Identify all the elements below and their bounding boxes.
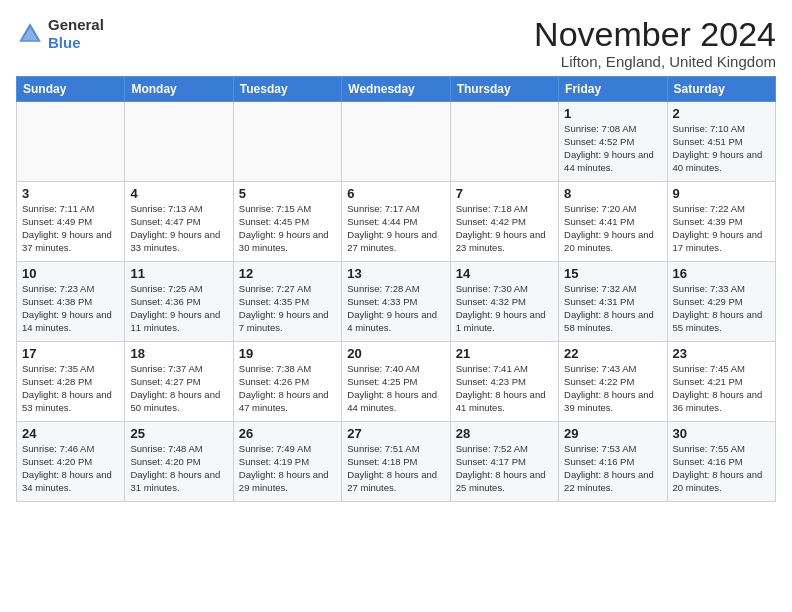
day-info: Sunrise: 7:22 AM Sunset: 4:39 PM Dayligh… [673, 203, 770, 254]
day-number: 23 [673, 346, 770, 361]
day-info: Sunrise: 7:27 AM Sunset: 4:35 PM Dayligh… [239, 283, 336, 334]
day-info: Sunrise: 7:25 AM Sunset: 4:36 PM Dayligh… [130, 283, 227, 334]
table-cell: 12Sunrise: 7:27 AM Sunset: 4:35 PM Dayli… [233, 262, 341, 342]
day-number: 6 [347, 186, 444, 201]
day-info: Sunrise: 7:23 AM Sunset: 4:38 PM Dayligh… [22, 283, 119, 334]
table-cell: 30Sunrise: 7:55 AM Sunset: 4:16 PM Dayli… [667, 422, 775, 502]
table-cell [125, 102, 233, 182]
day-info: Sunrise: 7:30 AM Sunset: 4:32 PM Dayligh… [456, 283, 553, 334]
day-info: Sunrise: 7:33 AM Sunset: 4:29 PM Dayligh… [673, 283, 770, 334]
day-info: Sunrise: 7:28 AM Sunset: 4:33 PM Dayligh… [347, 283, 444, 334]
day-number: 11 [130, 266, 227, 281]
day-info: Sunrise: 7:55 AM Sunset: 4:16 PM Dayligh… [673, 443, 770, 494]
day-info: Sunrise: 7:37 AM Sunset: 4:27 PM Dayligh… [130, 363, 227, 414]
col-sunday: Sunday [17, 77, 125, 102]
header: General Blue November 2024 Lifton, Engla… [16, 16, 776, 70]
month-title: November 2024 [534, 16, 776, 53]
table-cell: 15Sunrise: 7:32 AM Sunset: 4:31 PM Dayli… [559, 262, 667, 342]
day-number: 10 [22, 266, 119, 281]
day-number: 24 [22, 426, 119, 441]
table-cell: 21Sunrise: 7:41 AM Sunset: 4:23 PM Dayli… [450, 342, 558, 422]
day-number: 15 [564, 266, 661, 281]
day-number: 8 [564, 186, 661, 201]
day-number: 26 [239, 426, 336, 441]
logo[interactable]: General Blue [16, 16, 104, 52]
table-cell: 10Sunrise: 7:23 AM Sunset: 4:38 PM Dayli… [17, 262, 125, 342]
table-cell: 2Sunrise: 7:10 AM Sunset: 4:51 PM Daylig… [667, 102, 775, 182]
day-number: 17 [22, 346, 119, 361]
day-info: Sunrise: 7:41 AM Sunset: 4:23 PM Dayligh… [456, 363, 553, 414]
col-friday: Friday [559, 77, 667, 102]
day-number: 5 [239, 186, 336, 201]
table-cell: 18Sunrise: 7:37 AM Sunset: 4:27 PM Dayli… [125, 342, 233, 422]
day-info: Sunrise: 7:32 AM Sunset: 4:31 PM Dayligh… [564, 283, 661, 334]
title-block: November 2024 Lifton, England, United Ki… [534, 16, 776, 70]
location: Lifton, England, United Kingdom [534, 53, 776, 70]
day-info: Sunrise: 7:53 AM Sunset: 4:16 PM Dayligh… [564, 443, 661, 494]
week-row-4: 17Sunrise: 7:35 AM Sunset: 4:28 PM Dayli… [17, 342, 776, 422]
day-number: 21 [456, 346, 553, 361]
day-info: Sunrise: 7:20 AM Sunset: 4:41 PM Dayligh… [564, 203, 661, 254]
table-cell: 20Sunrise: 7:40 AM Sunset: 4:25 PM Dayli… [342, 342, 450, 422]
day-info: Sunrise: 7:38 AM Sunset: 4:26 PM Dayligh… [239, 363, 336, 414]
table-cell: 9Sunrise: 7:22 AM Sunset: 4:39 PM Daylig… [667, 182, 775, 262]
day-number: 9 [673, 186, 770, 201]
day-number: 25 [130, 426, 227, 441]
day-number: 3 [22, 186, 119, 201]
week-row-5: 24Sunrise: 7:46 AM Sunset: 4:20 PM Dayli… [17, 422, 776, 502]
table-cell: 27Sunrise: 7:51 AM Sunset: 4:18 PM Dayli… [342, 422, 450, 502]
table-cell: 4Sunrise: 7:13 AM Sunset: 4:47 PM Daylig… [125, 182, 233, 262]
day-number: 30 [673, 426, 770, 441]
table-cell: 1Sunrise: 7:08 AM Sunset: 4:52 PM Daylig… [559, 102, 667, 182]
day-number: 29 [564, 426, 661, 441]
day-info: Sunrise: 7:08 AM Sunset: 4:52 PM Dayligh… [564, 123, 661, 174]
day-info: Sunrise: 7:43 AM Sunset: 4:22 PM Dayligh… [564, 363, 661, 414]
col-monday: Monday [125, 77, 233, 102]
day-number: 13 [347, 266, 444, 281]
day-info: Sunrise: 7:45 AM Sunset: 4:21 PM Dayligh… [673, 363, 770, 414]
col-tuesday: Tuesday [233, 77, 341, 102]
day-number: 14 [456, 266, 553, 281]
col-thursday: Thursday [450, 77, 558, 102]
table-cell: 8Sunrise: 7:20 AM Sunset: 4:41 PM Daylig… [559, 182, 667, 262]
day-info: Sunrise: 7:51 AM Sunset: 4:18 PM Dayligh… [347, 443, 444, 494]
calendar-header-row: Sunday Monday Tuesday Wednesday Thursday… [17, 77, 776, 102]
table-cell [342, 102, 450, 182]
col-wednesday: Wednesday [342, 77, 450, 102]
col-saturday: Saturday [667, 77, 775, 102]
table-cell: 29Sunrise: 7:53 AM Sunset: 4:16 PM Dayli… [559, 422, 667, 502]
table-cell: 26Sunrise: 7:49 AM Sunset: 4:19 PM Dayli… [233, 422, 341, 502]
table-cell [233, 102, 341, 182]
table-cell: 25Sunrise: 7:48 AM Sunset: 4:20 PM Dayli… [125, 422, 233, 502]
day-info: Sunrise: 7:52 AM Sunset: 4:17 PM Dayligh… [456, 443, 553, 494]
day-number: 2 [673, 106, 770, 121]
day-number: 27 [347, 426, 444, 441]
table-cell: 6Sunrise: 7:17 AM Sunset: 4:44 PM Daylig… [342, 182, 450, 262]
day-info: Sunrise: 7:18 AM Sunset: 4:42 PM Dayligh… [456, 203, 553, 254]
day-info: Sunrise: 7:15 AM Sunset: 4:45 PM Dayligh… [239, 203, 336, 254]
day-info: Sunrise: 7:40 AM Sunset: 4:25 PM Dayligh… [347, 363, 444, 414]
table-cell: 17Sunrise: 7:35 AM Sunset: 4:28 PM Dayli… [17, 342, 125, 422]
logo-icon [16, 20, 44, 48]
day-info: Sunrise: 7:10 AM Sunset: 4:51 PM Dayligh… [673, 123, 770, 174]
table-cell [17, 102, 125, 182]
table-cell: 19Sunrise: 7:38 AM Sunset: 4:26 PM Dayli… [233, 342, 341, 422]
table-cell: 13Sunrise: 7:28 AM Sunset: 4:33 PM Dayli… [342, 262, 450, 342]
table-cell: 28Sunrise: 7:52 AM Sunset: 4:17 PM Dayli… [450, 422, 558, 502]
day-info: Sunrise: 7:35 AM Sunset: 4:28 PM Dayligh… [22, 363, 119, 414]
day-number: 16 [673, 266, 770, 281]
table-cell: 3Sunrise: 7:11 AM Sunset: 4:49 PM Daylig… [17, 182, 125, 262]
day-info: Sunrise: 7:48 AM Sunset: 4:20 PM Dayligh… [130, 443, 227, 494]
day-info: Sunrise: 7:49 AM Sunset: 4:19 PM Dayligh… [239, 443, 336, 494]
table-cell: 24Sunrise: 7:46 AM Sunset: 4:20 PM Dayli… [17, 422, 125, 502]
day-number: 19 [239, 346, 336, 361]
logo-blue: Blue [48, 34, 81, 51]
day-info: Sunrise: 7:46 AM Sunset: 4:20 PM Dayligh… [22, 443, 119, 494]
logo-text: General Blue [48, 16, 104, 52]
week-row-2: 3Sunrise: 7:11 AM Sunset: 4:49 PM Daylig… [17, 182, 776, 262]
table-cell: 16Sunrise: 7:33 AM Sunset: 4:29 PM Dayli… [667, 262, 775, 342]
logo-general: General [48, 16, 104, 33]
week-row-1: 1Sunrise: 7:08 AM Sunset: 4:52 PM Daylig… [17, 102, 776, 182]
day-number: 1 [564, 106, 661, 121]
table-cell: 22Sunrise: 7:43 AM Sunset: 4:22 PM Dayli… [559, 342, 667, 422]
